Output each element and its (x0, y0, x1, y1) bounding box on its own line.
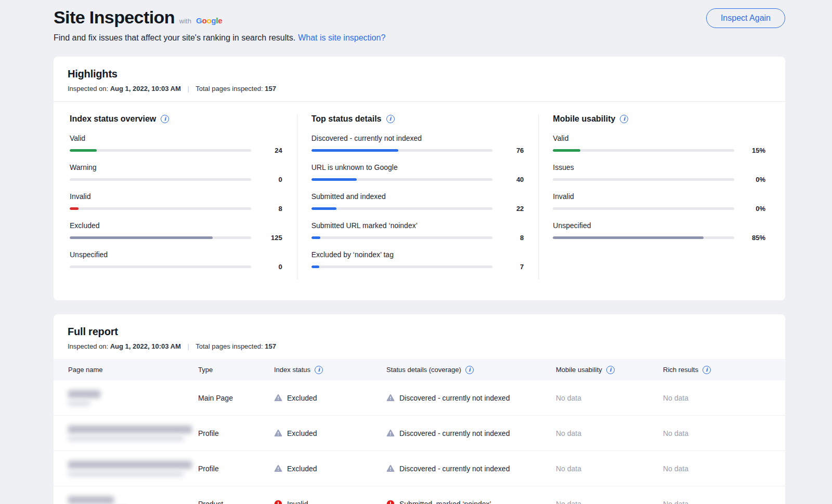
progress-bar-fill (311, 207, 337, 210)
metric-value: 0% (742, 176, 765, 183)
metric-submitted-and-indexed: Submitted and indexed22 (311, 192, 524, 213)
table-row[interactable]: ProductInvalidSubmitted, marked ‘noindex… (54, 486, 785, 504)
warning-icon (274, 465, 282, 472)
rich-results-value: No data (663, 429, 771, 437)
inspect-again-button[interactable]: Inspect Again (706, 8, 785, 28)
progress-bar-track (553, 178, 734, 181)
metric-value: 8 (258, 205, 282, 213)
highlights-header: Highlights Inspected on: Aug 1, 2022, 10… (54, 57, 785, 102)
mobile-usability-value: No data (556, 429, 663, 437)
progress-bar-track (70, 266, 251, 268)
metric-value: 40 (500, 176, 524, 183)
panel-top-status-details: Top status detailsDiscovered - currently… (297, 114, 524, 280)
metric-label: Unspecified (70, 250, 282, 259)
status-details: Discovered - currently not indexed (386, 465, 556, 473)
metric-value: 0 (258, 263, 282, 271)
inspected-on-label: Inspected on: (68, 342, 108, 350)
mobile-usability-value: No data (556, 394, 663, 402)
site-inspection-page: Site Inspection with Google Find and fix… (0, 0, 832, 504)
status-details: Discovered - currently not indexed (386, 429, 556, 437)
status-details: Submitted, marked ‘noindex’ (386, 500, 556, 504)
info-icon[interactable] (161, 115, 169, 123)
progress-bar-track (70, 149, 251, 152)
metric-label: Submitted and indexed (311, 192, 524, 201)
page-title: Site Inspection (54, 7, 175, 28)
metric-label: Submitted URL marked ‘noindex’ (311, 221, 524, 230)
page-subtitle: Find and fix issues that affect your sit… (54, 33, 295, 42)
warning-icon (386, 465, 395, 472)
report-table: Page nameTypeIndex statusStatus details … (54, 359, 785, 504)
metric-value: 76 (500, 147, 524, 154)
metric-label: Warning (70, 163, 282, 171)
metric-label: Valid (70, 134, 282, 142)
metric-label: Excluded by ‘noindex’ tag (311, 250, 524, 259)
metric-label: Valid (553, 134, 765, 142)
info-icon[interactable] (386, 115, 395, 123)
metric-value: 8 (500, 234, 524, 242)
rich-results-value: No data (663, 465, 771, 473)
page-type: Profile (198, 465, 274, 473)
page-header: Site Inspection with Google Find and fix… (0, 0, 832, 43)
rich-results-value: No data (663, 394, 771, 402)
redacted-text-block (68, 401, 90, 406)
metric-warning: Warning0 (70, 163, 282, 183)
table-row[interactable]: ProfileExcludedDiscovered - currently no… (54, 451, 785, 486)
metric-value: 125 (258, 234, 282, 242)
info-icon[interactable] (315, 366, 323, 374)
metric-value: 22 (500, 205, 524, 213)
table-row[interactable]: ProfileExcludedDiscovered - currently no… (54, 416, 785, 451)
highlights-panels: Index status overviewValid24Warning0Inva… (54, 102, 785, 300)
metric-issues: Issues0% (553, 163, 765, 183)
panel-mobile-usability: Mobile usabilityValid15%Issues0%Invalid0… (538, 114, 765, 280)
progress-bar-track (311, 178, 493, 181)
metric-value: 7 (500, 263, 524, 271)
metric-unspecified: Unspecified0 (70, 250, 282, 271)
metric-submitted-url-marked-noindex: Submitted URL marked ‘noindex’8 (311, 221, 524, 242)
table-row[interactable]: Main PageExcludedDiscovered - currently … (54, 380, 785, 416)
metric-valid: Valid24 (70, 134, 282, 154)
inspected-on-label: Inspected on: (68, 85, 108, 92)
progress-bar-track (311, 266, 493, 268)
metric-valid: Valid15% (553, 134, 765, 154)
info-icon[interactable] (465, 366, 474, 374)
metric-label: Excluded (70, 221, 282, 230)
mobile-usability-value: No data (556, 465, 663, 473)
table-body: Main PageExcludedDiscovered - currently … (54, 380, 785, 504)
what-is-site-inspection-link[interactable]: What is site inspection? (298, 33, 385, 42)
warning-icon (274, 394, 282, 402)
progress-bar-fill (70, 149, 97, 152)
highlights-meta: Inspected on: Aug 1, 2022, 10:03 AM | To… (68, 85, 771, 92)
metric-invalid: Invalid0% (553, 192, 765, 213)
metric-discovered-currently-not-indexed: Discovered - currently not indexed76 (311, 134, 524, 154)
column-header-status-details-coverage: Status details (coverage) (386, 366, 556, 374)
redacted-text-block (68, 390, 100, 398)
progress-bar-fill (311, 178, 357, 181)
panel-index-status-overview: Index status overviewValid24Warning0Inva… (70, 114, 282, 280)
metric-label: Unspecified (553, 221, 765, 230)
progress-bar-fill (553, 149, 580, 152)
status-details: Discovered - currently not indexed (386, 394, 556, 402)
total-pages-value: 157 (265, 342, 276, 350)
panel-title: Top status details (311, 114, 524, 124)
google-logo: Google (196, 16, 223, 25)
progress-bar-fill (70, 207, 79, 210)
info-icon[interactable] (703, 366, 711, 374)
with-label: with (179, 17, 191, 25)
report-meta: Inspected on: Aug 1, 2022, 10:03 AM | To… (68, 342, 771, 350)
info-icon[interactable] (620, 115, 628, 123)
metric-invalid: Invalid8 (70, 192, 282, 213)
column-header-mobile-usability: Mobile usability (556, 366, 663, 374)
column-header-index-status: Index status (274, 366, 386, 374)
info-icon[interactable] (606, 366, 615, 374)
highlights-title: Highlights (68, 68, 771, 80)
page-type: Profile (198, 429, 274, 437)
mobile-usability-value: No data (556, 500, 663, 504)
metric-value: 0 (258, 176, 282, 183)
metric-label: Issues (553, 163, 765, 171)
meta-separator: | (187, 85, 189, 92)
page-name-redacted (68, 461, 198, 476)
redacted-text-block (68, 426, 192, 433)
metric-label: URL is unknown to Google (311, 163, 524, 171)
error-icon (274, 500, 282, 504)
meta-separator: | (187, 342, 189, 350)
